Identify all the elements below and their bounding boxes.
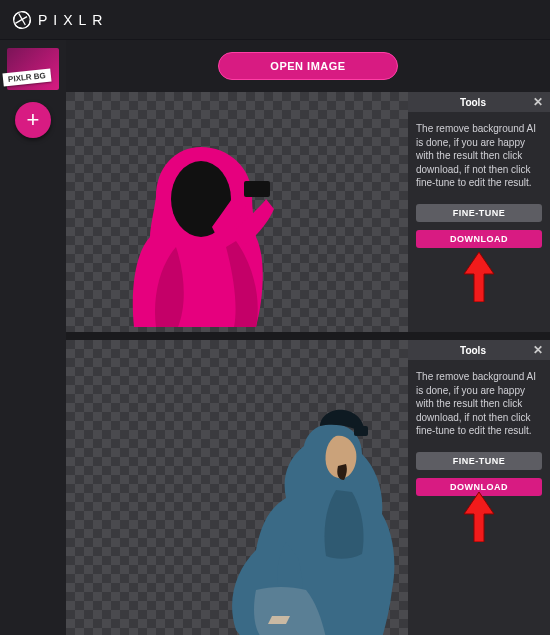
bg-remover-thumbnail[interactable]: PIXLR BG <box>7 48 59 90</box>
tools-header: Tools ✕ <box>408 340 550 360</box>
tools-panel: Tools ✕ The remove background AI is done… <box>408 340 550 635</box>
tools-description: The remove background AI is done, if you… <box>408 360 550 448</box>
plus-icon: + <box>27 107 40 133</box>
brand-name: PIXLR <box>38 12 108 28</box>
workspace: Tools ✕ The remove background AI is done… <box>66 92 550 635</box>
fine-tune-button[interactable]: FINE-TUNE <box>416 204 542 222</box>
tools-title: Tools <box>414 97 532 108</box>
annotation-arrow-icon <box>462 252 496 302</box>
subject-image <box>116 137 286 332</box>
open-image-button[interactable]: OPEN IMAGE <box>218 52 398 80</box>
canvas[interactable] <box>66 92 408 332</box>
annotation-arrow-icon <box>462 492 496 542</box>
svg-rect-4 <box>244 181 270 197</box>
tools-header: Tools ✕ <box>408 92 550 112</box>
svg-rect-5 <box>354 426 368 436</box>
brand-logo: PIXLR <box>12 10 108 30</box>
tools-title: Tools <box>414 345 532 356</box>
close-icon[interactable]: ✕ <box>532 96 544 108</box>
app-header: PIXLR <box>0 0 550 40</box>
close-icon[interactable]: ✕ <box>532 344 544 356</box>
bg-remover-label: PIXLR BG <box>2 69 51 87</box>
canvas[interactable] <box>66 340 408 635</box>
aperture-icon <box>12 10 32 30</box>
fine-tune-button[interactable]: FINE-TUNE <box>416 452 542 470</box>
result-panel: Tools ✕ The remove background AI is done… <box>66 340 550 635</box>
download-button[interactable]: DOWNLOAD <box>416 230 542 248</box>
sidebar: PIXLR BG + <box>0 40 66 635</box>
tools-description: The remove background AI is done, if you… <box>408 112 550 200</box>
toolbar: OPEN IMAGE <box>66 40 550 92</box>
subject-image <box>186 380 408 635</box>
add-button[interactable]: + <box>15 102 51 138</box>
